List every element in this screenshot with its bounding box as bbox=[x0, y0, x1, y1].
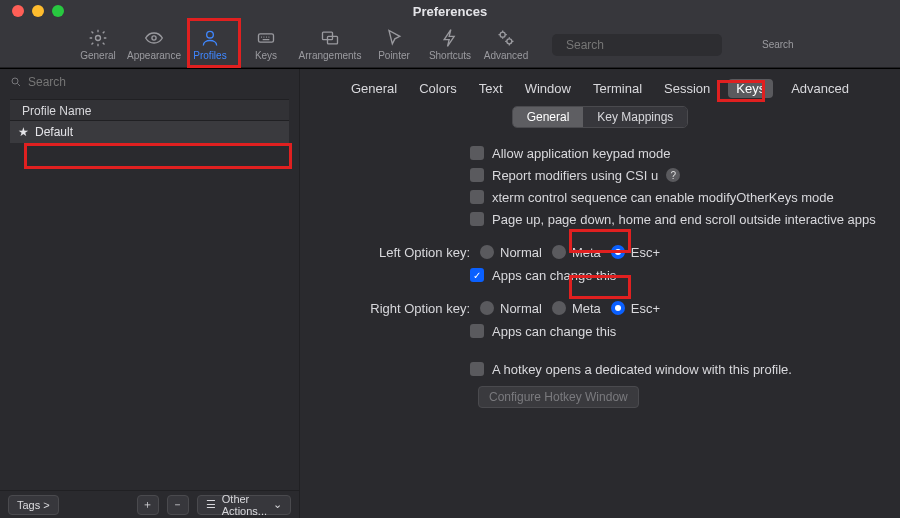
configure-hotkey-button[interactable]: Configure Hotkey Window bbox=[478, 386, 639, 408]
window-title: Preferences bbox=[0, 4, 900, 19]
toolbar-shortcuts[interactable]: Shortcuts bbox=[422, 22, 478, 68]
add-profile-button[interactable]: ＋ bbox=[137, 495, 159, 515]
label-hotkey-window: A hotkey opens a dedicated window with t… bbox=[492, 362, 792, 377]
tab-window[interactable]: Window bbox=[521, 79, 575, 98]
person-icon bbox=[200, 28, 220, 48]
chevron-down-icon: ⌄ bbox=[273, 498, 282, 511]
label-allow-keypad: Allow application keypad mode bbox=[492, 146, 671, 161]
toolbar-profiles[interactable]: Profiles bbox=[182, 22, 238, 68]
help-icon[interactable]: ? bbox=[666, 168, 680, 182]
checkbox-report-csi[interactable] bbox=[470, 168, 484, 182]
toolbar-label: Shortcuts bbox=[429, 50, 471, 61]
profiles-footer: Tags > ＋ － ☰ Other Actions... ⌄ bbox=[0, 490, 299, 518]
tab-session[interactable]: Session bbox=[660, 79, 714, 98]
label-xterm-modify: xterm control sequence can enable modify… bbox=[492, 190, 834, 205]
subtab-key-mappings[interactable]: Key Mappings bbox=[583, 107, 687, 127]
search-icon bbox=[10, 76, 22, 88]
toolbar-label: Advanced bbox=[484, 50, 528, 61]
tab-colors[interactable]: Colors bbox=[415, 79, 461, 98]
preferences-window: Preferences General Appearance Profiles … bbox=[0, 0, 900, 518]
profiles-search-input[interactable] bbox=[28, 75, 289, 89]
gears-icon bbox=[496, 28, 516, 48]
other-actions-menu[interactable]: ☰ Other Actions... ⌄ bbox=[197, 495, 291, 515]
titlebar: Preferences bbox=[0, 0, 900, 22]
eye-icon bbox=[144, 28, 164, 48]
profile-list-header: Profile Name bbox=[10, 99, 289, 121]
profile-name: Default bbox=[35, 125, 73, 139]
tab-keys[interactable]: Keys bbox=[728, 79, 773, 98]
label-apps-change-left: Apps can change this bbox=[492, 268, 616, 283]
toolbar-search-input[interactable] bbox=[566, 38, 716, 52]
toolbar-keys[interactable]: Keys bbox=[238, 22, 294, 68]
windows-icon bbox=[320, 28, 340, 48]
remove-profile-button[interactable]: － bbox=[167, 495, 189, 515]
checkbox-apps-change-left[interactable]: ✓ bbox=[470, 268, 484, 282]
toolbar-label: Profiles bbox=[193, 50, 226, 61]
checkbox-hotkey-window[interactable] bbox=[470, 362, 484, 376]
profiles-sidebar: Profile Name ★ Default Tags > ＋ － ☰ Othe… bbox=[0, 69, 300, 518]
toolbar-label: Keys bbox=[255, 50, 277, 61]
body: Profile Name ★ Default Tags > ＋ － ☰ Othe… bbox=[0, 68, 900, 518]
left-option-label: Left Option key: bbox=[360, 245, 470, 260]
keys-subtabs: General Key Mappings bbox=[300, 106, 900, 128]
checkbox-apps-change-right[interactable] bbox=[470, 324, 484, 338]
svg-point-2 bbox=[207, 31, 214, 38]
profile-detail: General Colors Text Window Terminal Sess… bbox=[300, 69, 900, 518]
checkbox-xterm-modify[interactable] bbox=[470, 190, 484, 204]
svg-rect-3 bbox=[259, 34, 274, 42]
radio-right-escplus[interactable] bbox=[611, 301, 625, 315]
profiles-search[interactable] bbox=[0, 69, 299, 95]
checkbox-page-scroll[interactable] bbox=[470, 212, 484, 226]
subtab-general[interactable]: General bbox=[513, 107, 584, 127]
toolbar-label: Appearance bbox=[127, 50, 181, 61]
radio-left-escplus[interactable] bbox=[611, 245, 625, 259]
toolbar-label: Pointer bbox=[378, 50, 410, 61]
toolbar-label: General bbox=[80, 50, 116, 61]
svg-point-1 bbox=[152, 36, 156, 40]
menu-icon: ☰ bbox=[206, 498, 216, 511]
radio-right-normal[interactable] bbox=[480, 301, 494, 315]
tab-advanced[interactable]: Advanced bbox=[787, 79, 853, 98]
tab-terminal[interactable]: Terminal bbox=[589, 79, 646, 98]
tab-text[interactable]: Text bbox=[475, 79, 507, 98]
right-option-label: Right Option key: bbox=[360, 301, 470, 316]
svg-point-0 bbox=[96, 36, 101, 41]
toolbar-advanced[interactable]: Advanced bbox=[478, 22, 534, 68]
star-icon: ★ bbox=[18, 125, 29, 139]
label-page-scroll: Page up, page down, home and end scroll … bbox=[492, 212, 876, 227]
radio-right-meta[interactable] bbox=[552, 301, 566, 315]
toolbar-search[interactable] bbox=[552, 34, 722, 56]
radio-left-normal[interactable] bbox=[480, 245, 494, 259]
profile-list: ★ Default bbox=[10, 121, 289, 143]
toolbar-pointer[interactable]: Pointer bbox=[366, 22, 422, 68]
tags-button[interactable]: Tags > bbox=[8, 495, 59, 515]
svg-point-9 bbox=[12, 78, 18, 84]
profile-tabs: General Colors Text Window Terminal Sess… bbox=[300, 79, 900, 98]
keys-general-options: Allow application keypad mode Report mod… bbox=[300, 142, 900, 408]
checkbox-allow-keypad[interactable] bbox=[470, 146, 484, 160]
label-apps-change-right: Apps can change this bbox=[492, 324, 616, 339]
pointer-icon bbox=[384, 28, 404, 48]
toolbar-appearance[interactable]: Appearance bbox=[126, 22, 182, 68]
tab-general[interactable]: General bbox=[347, 79, 401, 98]
toolbar-label: Arrangements bbox=[299, 50, 362, 61]
gear-icon bbox=[88, 28, 108, 48]
svg-point-6 bbox=[500, 32, 505, 37]
keyboard-icon bbox=[256, 28, 276, 48]
preferences-toolbar: General Appearance Profiles Keys Arrange… bbox=[0, 22, 900, 68]
profile-row-default[interactable]: ★ Default bbox=[10, 121, 289, 143]
toolbar-search-label: Search bbox=[762, 39, 794, 50]
label-report-csi: Report modifiers using CSI u bbox=[492, 168, 658, 183]
svg-point-7 bbox=[507, 39, 512, 44]
radio-left-meta[interactable] bbox=[552, 245, 566, 259]
toolbar-arrangements[interactable]: Arrangements bbox=[294, 22, 366, 68]
flash-icon bbox=[440, 28, 460, 48]
other-actions-label: Other Actions... bbox=[222, 493, 267, 517]
toolbar-general[interactable]: General bbox=[70, 22, 126, 68]
